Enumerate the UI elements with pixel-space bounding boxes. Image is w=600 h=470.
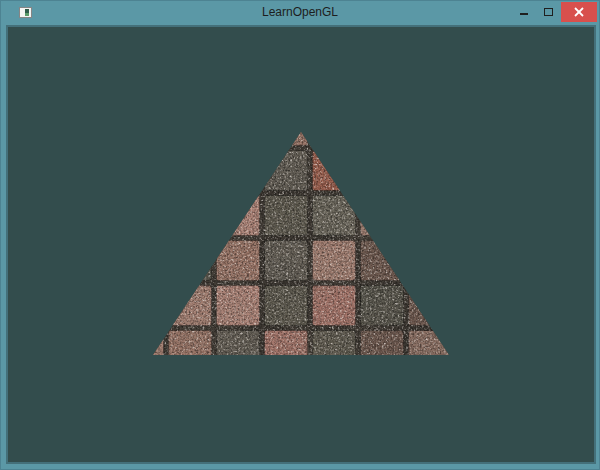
app-window: LearnOpenGL [0,0,600,470]
app-icon-stripe [25,9,29,16]
opengl-viewport [6,25,596,464]
maximize-button[interactable] [536,2,561,22]
close-button[interactable] [561,2,597,22]
minimize-button[interactable] [511,2,536,22]
maximize-icon [544,8,553,16]
titlebar[interactable]: LearnOpenGL [1,1,599,25]
app-window-icon[interactable] [19,7,32,18]
textured-triangle [153,132,449,355]
close-icon [574,7,584,17]
minimize-icon [520,13,528,15]
window-title: LearnOpenGL [1,1,599,25]
window-controls [511,2,597,22]
